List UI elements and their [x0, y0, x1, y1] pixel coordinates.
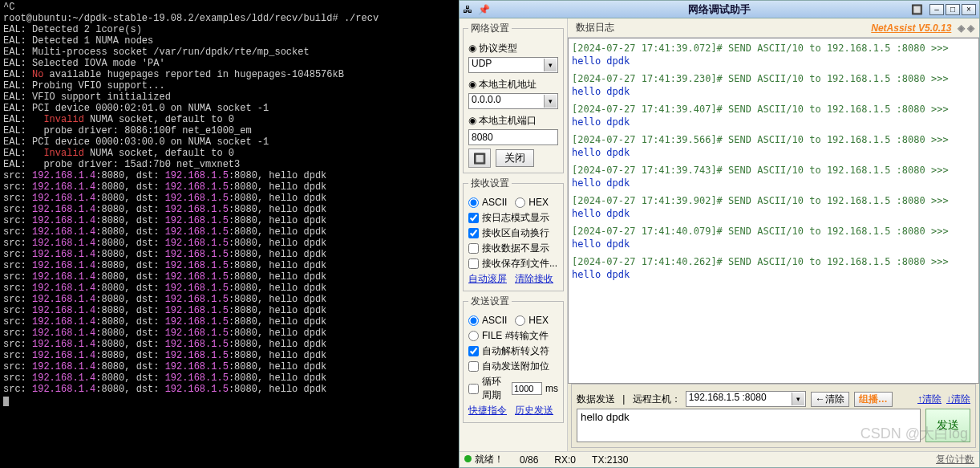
settings-sidebar: 网络设置 ◉ 协议类型 UDP▾ ◉ 本地主机地址 0.0.0.0▾ ◉ 本地主… [460, 18, 568, 451]
status-bar: 就绪！ 0/86 RX:0 TX:2130 复位计数 [460, 451, 979, 467]
log-timestamp: [2024-07-27 17:41:39.407]# SEND ASCII/10… [572, 104, 949, 115]
clear-recv-link[interactable]: 清除接收 [515, 272, 553, 286]
reset-counter-link[interactable]: 复位计数 [936, 453, 974, 466]
host-combo[interactable]: 0.0.0.0▾ [468, 93, 558, 109]
send-legend: 发送设置 [468, 295, 512, 308]
close-window-button[interactable]: × [962, 4, 976, 15]
send-button[interactable]: 发送 [925, 409, 970, 442]
log-entry: [2024-07-27 17:41:39.566]# SEND ASCII/10… [572, 133, 975, 159]
chk-file[interactable]: FILE #转输文件 [468, 329, 558, 343]
recv-hex-radio[interactable]: HEX [515, 197, 549, 208]
connect-icon-button[interactable]: 🔲 [468, 149, 491, 168]
packet-line: src: 192.168.1.4:8080, dst: 192.168.1.5:… [3, 328, 326, 339]
command: ./recv [344, 13, 379, 24]
log-timestamp: [2024-07-27 17:41:39.743]# SEND ASCII/10… [572, 165, 949, 176]
eal-line: EAL: probe driver: 8086:100f net_e1000_e… [3, 125, 252, 136]
chk-loop[interactable]: 循环周期 ms [468, 375, 558, 402]
send-ascii-radio[interactable]: ASCII [468, 315, 507, 326]
chk-hide[interactable]: 接收数据不显示 [468, 242, 558, 255]
shell-prompt: root@ubuntu:~/dpdk-stable-19.08.2/exampl… [3, 13, 344, 24]
packet-line: src: 192.168.1.4:8080, dst: 192.168.1.5:… [3, 260, 326, 271]
log-message: hello dpdk [572, 116, 630, 128]
app-icon[interactable]: 🖧 [463, 4, 472, 15]
status-tx: TX:2130 [592, 454, 628, 466]
clear-up-link[interactable]: ↑清除 [917, 393, 942, 406]
eal-line: EAL: probe driver: 15ad:7b0 net_vmxnet3 [3, 159, 240, 170]
chevron-down-icon: ▾ [792, 393, 804, 405]
packet-line: src: 192.168.1.4:8080, dst: 192.168.1.5:… [3, 305, 326, 316]
close-connection-button[interactable]: 关闭 [496, 149, 534, 167]
log-message: hello dpdk [572, 238, 630, 250]
send-panel: 数据发送 | 远程主机： 192.168.1.5 :8080▾ ←清除 组播… … [571, 384, 976, 448]
packet-line: src: 192.168.1.4:8080, dst: 192.168.1.5:… [3, 170, 326, 181]
pin-icon[interactable]: 📌 [478, 4, 490, 15]
eal-line: EAL: PCI device 0000:03:00.0 on NUMA soc… [3, 136, 269, 148]
chk-escape[interactable]: 自动解析转义符 [468, 344, 558, 358]
packet-line: src: 192.168.1.4:8080, dst: 192.168.1.5:… [3, 294, 326, 305]
send-settings: 发送设置 ASCII HEX FILE #转输文件 自动解析转义符 自动发送附加… [463, 295, 564, 423]
maximize-button[interactable]: □ [946, 4, 960, 15]
eal-line: EAL: VFIO support initialized [3, 92, 171, 103]
status-ready: 就绪！ [475, 454, 504, 465]
diamond-icon: ◈ ◈ [954, 22, 974, 34]
sendbar-legend: 数据发送 [577, 393, 615, 406]
clear-remote-button[interactable]: ←清除 [811, 392, 849, 407]
log-timestamp: [2024-07-27 17:41:39.566]# SEND ASCII/10… [572, 134, 949, 145]
eal-line: EAL: Detected 1 NUMA nodes [3, 35, 153, 47]
history-send-link[interactable]: 历史发送 [515, 404, 553, 417]
quick-cmd-link[interactable]: 快捷指令 [468, 404, 507, 417]
log-message: hello dpdk [572, 269, 630, 280]
terminal-window[interactable]: ^C root@ubuntu:~/dpdk-stable-19.08.2/exa… [0, 0, 459, 468]
eal-line: EAL: Multi-process socket /var/run/dpdk/… [3, 47, 310, 58]
data-log-label: 数据日志 [576, 21, 614, 35]
packet-line: src: 192.168.1.4:8080, dst: 192.168.1.5:… [3, 350, 326, 361]
main-area: 数据日志 NetAssist V5.0.13 ◈ ◈ [2024-07-27 1… [568, 18, 979, 451]
log-timestamp: [2024-07-27 17:41:40.079]# SEND ASCII/10… [572, 226, 949, 237]
port-input[interactable] [468, 129, 558, 145]
log-message: hello dpdk [572, 177, 630, 189]
minimize-button[interactable]: – [929, 4, 944, 15]
log-message: hello dpdk [572, 55, 630, 67]
packet-line: src: 192.168.1.4:8080, dst: 192.168.1.5:… [3, 193, 326, 204]
send-text-input[interactable]: hello dpdk [577, 409, 921, 442]
remote-label: 远程主机： [633, 393, 681, 406]
log-entry: [2024-07-27 17:41:39.743]# SEND ASCII/10… [572, 164, 975, 189]
log-timestamp: [2024-07-27 17:41:39.902]# SEND ASCII/10… [572, 195, 949, 206]
log-entry: [2024-07-27 17:41:40.079]# SEND ASCII/10… [572, 225, 975, 250]
remote-host-combo[interactable]: 192.168.1.5 :8080▾ [686, 391, 806, 407]
recv-settings: 接收设置 ASCII HEX 按日志模式显示 接收区自动换行 接收数据不显示 接… [463, 177, 564, 291]
send-hex-radio[interactable]: HEX [515, 315, 549, 326]
proto-label: 协议类型 [479, 43, 517, 54]
status-dot-icon [464, 455, 472, 462]
chk-wrap[interactable]: 接收区自动换行 [468, 226, 558, 240]
chk-logmode[interactable]: 按日志模式显示 [468, 211, 558, 225]
loop-period-input[interactable] [512, 382, 542, 395]
clear-down-link[interactable]: ↓清除 [946, 393, 970, 406]
chevron-down-icon: ▾ [544, 95, 557, 108]
help-icon[interactable]: 🔲 [911, 4, 923, 15]
packet-line: src: 192.168.1.4:8080, dst: 192.168.1.5:… [3, 384, 326, 395]
title-bar[interactable]: 🖧 📌 网络调试助手 🔲 – □ × [460, 1, 979, 18]
chk-save[interactable]: 接收保存到文件... [468, 257, 558, 271]
protocol-combo[interactable]: UDP▾ [468, 57, 558, 73]
log-message: hello dpdk [572, 208, 630, 219]
cursor [3, 397, 9, 406]
packet-line: src: 192.168.1.4:8080, dst: 192.168.1.5:… [3, 283, 326, 294]
auto-scroll-link[interactable]: 自动滚屏 [468, 272, 507, 286]
multicast-button[interactable]: 组播… [854, 392, 893, 407]
eal-line: EAL: Probing VFIO support... [3, 80, 165, 92]
eal-line: EAL: No available hugepages reported in … [3, 69, 344, 80]
packet-line: src: 192.168.1.4:8080, dst: 192.168.1.5:… [3, 339, 326, 350]
packet-line: src: 192.168.1.4:8080, dst: 192.168.1.5:… [3, 215, 326, 226]
chevron-down-icon: ▾ [544, 59, 557, 71]
port-label: 本地主机端口 [479, 115, 537, 126]
data-log-area[interactable]: [2024-07-27 17:41:39.072]# SEND ASCII/10… [568, 38, 979, 384]
data-toolbar: 数据日志 NetAssist V5.0.13 ◈ ◈ [568, 18, 979, 38]
chk-at[interactable]: 自动发送附加位 [468, 360, 558, 373]
packet-line: src: 192.168.1.4:8080, dst: 192.168.1.5:… [3, 204, 326, 215]
recv-ascii-radio[interactable]: ASCII [468, 197, 507, 208]
log-timestamp: [2024-07-27 17:41:40.262]# SEND ASCII/10… [572, 256, 949, 267]
packet-line: src: 192.168.1.4:8080, dst: 192.168.1.5:… [3, 361, 326, 372]
network-legend: 网络设置 [468, 22, 512, 35]
log-message: hello dpdk [572, 86, 630, 97]
